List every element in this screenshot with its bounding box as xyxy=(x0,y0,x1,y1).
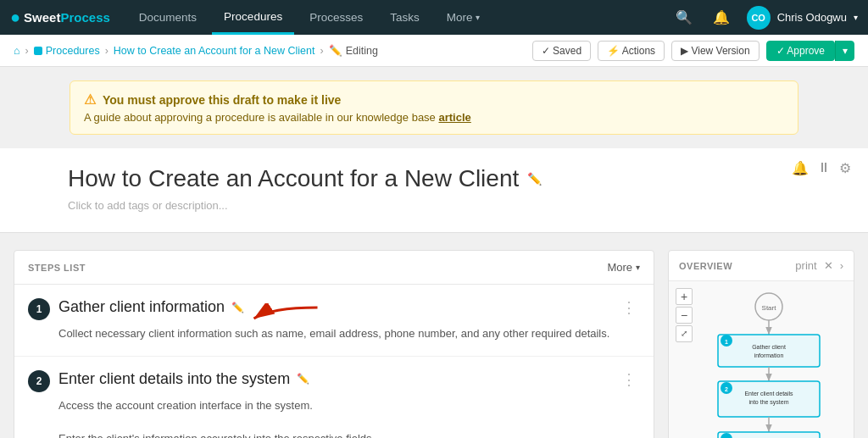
nav-documents[interactable]: Documents xyxy=(127,0,209,35)
title-edit-icon[interactable]: ✏️ xyxy=(527,172,542,186)
step-description-2: Access the account creation interface in… xyxy=(58,397,640,439)
warning-banner: ⚠ You must approve this draft to make it… xyxy=(70,80,798,135)
breadcrumb-procedures[interactable]: Procedures xyxy=(46,45,100,57)
overview-panel: OVERVIEW print ✕ › + − ⤢ Start xyxy=(668,250,854,438)
top-navigation: ● SweetProcess Documents Procedures Proc… xyxy=(0,0,868,35)
tags-placeholder[interactable]: Click to add tags or description... xyxy=(68,199,800,212)
saved-button[interactable]: ✓ Saved xyxy=(532,41,591,61)
diagram-svg: Start 1 Gather client information xyxy=(701,288,837,438)
svg-rect-4 xyxy=(718,335,820,367)
overview-header: OVERVIEW print ✕ › xyxy=(669,251,854,281)
chevron-down-icon: ▾ xyxy=(476,13,480,22)
warning-icon: ⚠ xyxy=(84,91,96,108)
steps-header: STEPS LIST More ▾ xyxy=(14,251,654,285)
actions-button[interactable]: ⚡ Actions xyxy=(598,41,665,61)
step-number-1: 1 xyxy=(28,298,50,320)
breadcrumb-bar: ⌂ › Procedures › How to Create an Accoun… xyxy=(0,35,868,67)
main-area: ⚠ You must approve this draft to make it… xyxy=(0,80,868,438)
overview-label: OVERVIEW xyxy=(679,261,732,271)
editing-badge: ✏️ Editing xyxy=(329,44,378,57)
svg-text:Gather client: Gather client xyxy=(752,344,786,350)
step-description-1: Collect necessary client information suc… xyxy=(58,325,640,342)
svg-text:information: information xyxy=(754,352,784,358)
approve-group: ✓ Approve ▾ xyxy=(766,41,854,61)
step-number-2: 2 xyxy=(28,370,50,392)
document-toolbar: 🔔 ⏸ ⚙ xyxy=(792,160,851,176)
pencil-icon: ✏️ xyxy=(329,44,342,57)
diagram-zoom-out-button[interactable]: − xyxy=(676,307,693,324)
user-name: Chris Odogwu xyxy=(777,11,847,24)
notifications-button[interactable]: 🔔 xyxy=(709,6,733,29)
logo[interactable]: ● SweetProcess xyxy=(10,8,110,27)
overview-close-button[interactable]: ✕ xyxy=(824,259,833,272)
view-version-button[interactable]: ▶ View Version xyxy=(671,41,760,61)
pause-icon[interactable]: ⏸ xyxy=(817,160,831,176)
breadcrumb-actions: ✓ Saved ⚡ Actions ▶ View Version ✓ Appro… xyxy=(532,41,854,61)
document-title: How to Create an Account for a New Clien… xyxy=(68,165,800,192)
procedures-icon xyxy=(34,47,42,55)
step-edit-icon-2[interactable]: ✏️ xyxy=(297,373,309,385)
diagram-svg-wrapper: Start 1 Gather client information xyxy=(701,288,847,438)
nav-processes[interactable]: Processes xyxy=(298,0,375,35)
chevron-down-icon: ▾ xyxy=(636,263,640,272)
document-header: 🔔 ⏸ ⚙ How to Create an Account for a New… xyxy=(0,148,868,233)
approve-dropdown-button[interactable]: ▾ xyxy=(835,41,854,61)
step-menu-button-2[interactable]: ⋮ xyxy=(618,370,640,389)
step-edit-icon-1[interactable]: ✏️ xyxy=(231,302,244,313)
nav-right-area: 🔍 🔔 CO Chris Odogwu ▾ xyxy=(672,6,858,30)
nav-procedures[interactable]: Procedures xyxy=(212,0,294,35)
overview-print-button[interactable]: print xyxy=(795,259,816,272)
diagram-controls: + − ⤢ xyxy=(676,288,693,342)
warning-article-link[interactable]: article xyxy=(438,111,470,124)
overview-diagram: + − ⤢ Start 1 Gather cli xyxy=(669,281,854,438)
nav-tasks[interactable]: Tasks xyxy=(378,0,431,35)
overview-expand-button[interactable]: › xyxy=(840,259,843,272)
gear-icon[interactable]: ⚙ xyxy=(839,160,851,176)
step-title-1: Gather client information ✏️ xyxy=(58,298,609,316)
nav-more[interactable]: More ▾ xyxy=(435,0,492,35)
svg-rect-16 xyxy=(718,432,820,438)
svg-text:Start: Start xyxy=(762,304,777,312)
diagram-zoom-in-button[interactable]: + xyxy=(676,288,693,305)
svg-text:1: 1 xyxy=(725,339,728,345)
svg-text:2: 2 xyxy=(725,386,728,392)
warning-description: A guide about approving a procedure is a… xyxy=(84,111,784,124)
bell-icon[interactable]: 🔔 xyxy=(792,160,809,176)
steps-more-button[interactable]: More ▾ xyxy=(607,261,640,274)
user-dropdown-icon: ▾ xyxy=(854,13,858,22)
svg-text:into the system: into the system xyxy=(748,399,788,406)
user-menu[interactable]: CO Chris Odogwu ▾ xyxy=(747,6,858,30)
breadcrumb-home[interactable]: ⌂ xyxy=(14,45,20,57)
step-title-2: Enter client details into the system ✏️ xyxy=(58,370,609,388)
step-item-2: 2 Enter client details into the system ✏… xyxy=(14,357,654,439)
step-menu-button-1[interactable]: ⋮ xyxy=(618,298,640,317)
step-item-1: 1 Gather client information ✏️ ⋮ Collect… xyxy=(14,285,654,357)
search-button[interactable]: 🔍 xyxy=(672,6,696,29)
diagram-fit-button[interactable]: ⤢ xyxy=(676,325,693,342)
svg-text:Enter client details: Enter client details xyxy=(744,391,793,396)
steps-list-label: STEPS LIST xyxy=(28,263,86,273)
banner-wrapper: ⚠ You must approve this draft to make it… xyxy=(0,80,868,135)
avatar: CO xyxy=(747,6,771,30)
steps-overview-container: STEPS LIST More ▾ 1 Gather client inform… xyxy=(0,233,868,438)
approve-button[interactable]: ✓ Approve xyxy=(766,41,835,61)
steps-panel: STEPS LIST More ▾ 1 Gather client inform… xyxy=(14,250,654,438)
breadcrumb-procedure-title[interactable]: How to Create an Account for a New Clien… xyxy=(114,45,315,57)
